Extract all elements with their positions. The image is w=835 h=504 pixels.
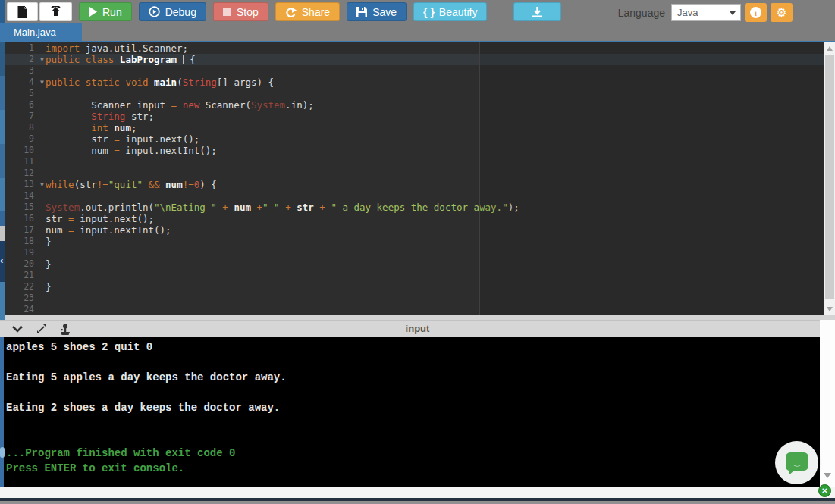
code-text: public class LabProgram { [39,54,196,65]
code-line: 14 [5,190,824,202]
code-text [39,65,46,77]
code-line: 5 [5,88,824,99]
code-line: 4▼public static void main(String[] args)… [5,77,824,88]
code-text: int num; [39,122,137,133]
line-number: 11 [5,156,39,167]
line-number: 4 [5,77,39,88]
code-text: Scanner input = new Scanner(System.in); [39,99,314,111]
line-number: 7 [5,111,39,122]
run-button[interactable]: Run [79,2,132,21]
console-text-line: Eating 5 apples a day keeps the doctor a… [6,370,820,385]
scrollbar-thumb[interactable] [825,55,834,299]
toolbar: Run Debug Stop Share [0,0,835,23]
language-value: Java [677,7,698,18]
toolbar-buttons: Run Debug Stop Share [7,2,568,21]
code-line: 8 int num; [5,122,824,133]
code-line: 22} [5,281,824,293]
code-text [39,167,46,179]
panel-collapse-chevron-icon[interactable]: ‹ [0,255,3,266]
debug-button[interactable]: Debug [139,2,206,21]
left-panel-segment [0,337,4,487]
code-editor[interactable]: 1import java.util.Scanner;2▼public class… [5,42,824,315]
line-number: 6 [5,99,39,111]
scroll-up-arrow-icon[interactable] [827,46,833,51]
share-label: Share [302,6,330,18]
code-text: } [39,281,52,293]
code-text: str = input.next(); [39,133,199,145]
console-output[interactable]: apples 5 shoes 2 quit 0 Eating 5 apples … [0,337,820,487]
code-line: 24 [5,304,824,315]
code-line: 3 [5,65,824,77]
language-dropdown[interactable]: Java [671,4,741,21]
left-panel-segment [0,282,5,320]
chat-bubble-icon [784,450,810,476]
code-line: 18} [5,236,824,247]
tab-label: Main.java [14,27,56,38]
console-status-line: Press ENTER to exit console. [6,461,820,476]
info-button[interactable]: i [745,3,767,22]
code-line: 23 [5,293,824,304]
stop-button[interactable]: Stop [213,2,268,21]
gear-icon: ⚙ [776,7,786,19]
code-text: String str; [39,111,154,122]
left-panel-segment [0,42,5,76]
code-line: 21 [5,270,824,281]
code-line: 15System.out.println("\nEating " + num +… [5,202,824,213]
upload-button[interactable] [39,2,72,21]
left-panel-indicator-icon [0,447,5,458]
left-edge-panel: ‹ [0,0,5,487]
download-arrow-icon [532,7,542,17]
editor-scrollbar [824,42,835,315]
floppy-icon [356,7,367,17]
console-text-line [6,415,820,430]
left-panel-segment [0,144,5,178]
line-number: 8 [5,122,39,133]
save-label: Save [372,6,397,18]
line-number: 5 [5,88,39,99]
code-line: 17num = input.nextInt(); [5,224,824,236]
share-button[interactable]: Share [275,2,340,21]
settings-button[interactable]: ⚙ [771,3,793,22]
code-line: 19 [5,247,824,258]
close-x-icon: ✕ [821,487,827,495]
code-text [39,88,46,99]
code-lines: 1import java.util.Scanner;2▼public class… [5,42,824,315]
chat-widget-button[interactable] [775,441,818,484]
beautify-button[interactable]: { } Beautify [413,2,487,21]
fold-arrow-icon[interactable]: ▼ [40,77,44,88]
left-panel-segment [0,0,5,23]
file-icon [17,6,27,18]
run-label: Run [102,6,122,18]
new-file-button[interactable] [7,2,38,21]
language-label: Language [618,7,665,19]
online-ide-app: Run Debug Stop Share [0,0,835,504]
code-text: } [39,258,52,270]
code-line: 11 [5,156,824,167]
code-line: 2▼public class LabProgram { [5,54,824,65]
line-number: 2 [5,54,39,65]
chat-close-button[interactable]: ✕ [818,484,831,497]
line-number: 13 [5,179,39,190]
left-panel-segment [0,211,5,226]
fold-arrow-icon[interactable]: ▼ [40,179,44,190]
fold-arrow-icon[interactable]: ▼ [40,54,44,65]
save-button[interactable]: Save [347,2,407,21]
console-scroll-down-arrow-icon[interactable] [824,473,831,478]
line-number: 10 [5,145,39,156]
tab-main-java[interactable]: Main.java [5,23,82,41]
page-bottom [0,501,835,504]
scroll-down-arrow-icon[interactable] [827,307,833,311]
line-number: 20 [5,258,39,270]
line-number: 18 [5,236,39,247]
line-number: 21 [5,270,39,281]
share-arrow-icon [285,7,297,17]
upload-arrow-icon [50,6,61,17]
language-cluster: Language Java i ⚙ [618,3,793,22]
console-lines: apples 5 shoes 2 quit 0 Eating 5 apples … [6,340,820,476]
code-text: num = input.nextInt(); [39,224,171,236]
console-text-line [6,385,820,400]
line-number: 22 [5,281,39,293]
info-icon: i [750,7,761,18]
line-number: 19 [5,247,39,258]
download-button[interactable] [513,2,561,21]
